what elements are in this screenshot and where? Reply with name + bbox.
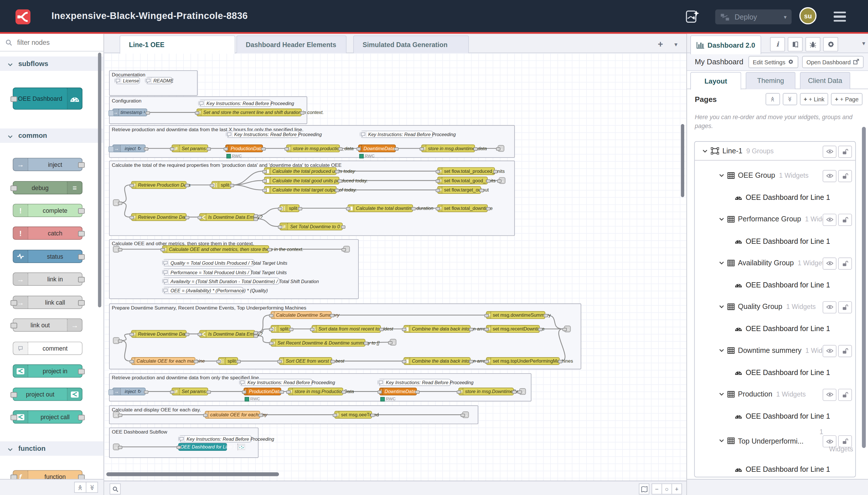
output-port[interactable]	[341, 225, 345, 229]
flow-node-change[interactable]: ⇄store in msg.downtime_data	[421, 144, 475, 152]
output-port[interactable]	[298, 207, 302, 210]
input-port[interactable]	[269, 314, 273, 318]
input-port[interactable]	[129, 360, 134, 363]
tab-dashboard-2[interactable]: Dashboard 2.0	[690, 35, 761, 54]
flow-node-linkout[interactable]: →	[462, 411, 469, 418]
tree-row-widget[interactable]: OEE Dashboard for Line 1	[695, 455, 855, 477]
output-port[interactable]	[512, 391, 516, 394]
output-port[interactable]	[118, 339, 122, 343]
flow-node-set[interactable]: ⇄set flow.total_good_units	[437, 176, 488, 184]
flow-node-linkout[interactable]: →	[390, 339, 396, 345]
flow-node-split[interactable]: split	[218, 357, 238, 365]
output-port[interactable]	[118, 446, 122, 449]
output-port[interactable]	[411, 207, 416, 210]
input-port[interactable]	[262, 180, 267, 183]
input-port[interactable]	[436, 170, 440, 173]
output-port[interactable]	[300, 112, 304, 115]
output-port[interactable]	[558, 360, 562, 363]
output-port[interactable]	[479, 189, 484, 192]
output-port[interactable]	[330, 314, 334, 318]
visibility-toggle-button[interactable]	[823, 301, 836, 313]
input-port[interactable]	[269, 342, 273, 345]
palette-node-complete[interactable]: !complete	[13, 204, 82, 217]
lock-toggle-button[interactable]	[838, 257, 852, 269]
input-port[interactable]	[210, 184, 214, 187]
input-port[interactable]	[485, 314, 489, 318]
input-port[interactable]	[195, 112, 199, 115]
output-port[interactable]	[185, 333, 189, 336]
tree-row-widget[interactable]: OEE Dashboard for Line 1	[695, 186, 855, 208]
input-port[interactable]	[378, 391, 382, 394]
input-port[interactable]	[176, 446, 181, 449]
config-tab-button[interactable]	[823, 37, 838, 51]
input-port[interactable]	[11, 415, 17, 420]
palette-node-link-out[interactable]: →link out	[13, 319, 82, 331]
minimap-toggle-button[interactable]	[639, 483, 649, 495]
input-port[interactable]	[224, 147, 228, 151]
help-tab-button[interactable]	[788, 37, 802, 51]
flow-node-change[interactable]: ⇄Retrieve Downtime Data	[131, 213, 187, 221]
add-page-button[interactable]: ++ Page	[831, 93, 862, 105]
output-port[interactable]	[364, 342, 368, 345]
input-port[interactable]	[485, 360, 489, 363]
palette-collapse-all-button[interactable]: ≪	[74, 482, 86, 493]
flow-node-set[interactable]: ⇄set msg.oeeTrend	[334, 411, 372, 419]
flow-node-inject[interactable]: →inject ↻	[112, 144, 146, 152]
flow-node-set[interactable]: ⇄set flow.target_output	[437, 186, 481, 194]
flow-node-change[interactable]: ⇄store in msg.production_data	[286, 144, 340, 152]
palette-node-link-call[interactable]: →link call	[13, 296, 82, 309]
chevron-down-icon[interactable]	[719, 217, 724, 221]
output-port[interactable]	[469, 328, 473, 331]
flow-tab-Line-1-OEE[interactable]: Line-1 OEE	[120, 35, 236, 54]
output-port[interactable]	[261, 147, 265, 151]
tree-row-widget[interactable]: OEE Dashboard for Line 1	[695, 317, 855, 339]
flow-node-linkout[interactable]: →	[564, 326, 571, 332]
palette-node-status[interactable]: status	[13, 250, 82, 263]
input-port[interactable]	[277, 360, 282, 363]
flow-node-sort[interactable]: ⇅Sort data from most recent to oldest	[312, 325, 381, 333]
output-port[interactable]	[118, 414, 122, 417]
lock-toggle-button[interactable]	[838, 389, 852, 400]
input-port[interactable]	[11, 186, 17, 191]
output-port[interactable]	[118, 248, 122, 252]
output-port[interactable]	[78, 231, 85, 236]
flow-node-funcO[interactable]: ƒProductionDataRWC	[244, 388, 281, 395]
input-port[interactable]	[242, 391, 246, 394]
flow-node-comment[interactable]: Key Instructions: Read Before Proceeding	[239, 379, 313, 386]
canvas-search-button[interactable]	[110, 483, 121, 495]
inject-button[interactable]	[108, 110, 114, 116]
canvas-horizontal-scrollbar[interactable]	[106, 472, 279, 476]
flow-node-change[interactable]: ⇄Set and store the current line and shif…	[197, 108, 302, 116]
flow-node-join[interactable]: Combine the data back into an array.	[403, 357, 470, 365]
output-port[interactable]	[185, 216, 189, 219]
palette-node-debug[interactable]: ≡debug	[13, 181, 82, 194]
tree-row-group[interactable]: Production1 Widgets	[695, 383, 855, 405]
output-port[interactable]	[237, 360, 241, 363]
input-port[interactable]	[342, 248, 346, 252]
flow-node-funcO[interactable]: ƒDowntimeDataRWC	[379, 388, 417, 395]
palette-node-OEE-Dashboard[interactable]: OEE Dashboard	[13, 88, 82, 110]
palette-category-common[interactable]: common	[0, 129, 104, 143]
output-port[interactable]	[538, 328, 542, 331]
input-port[interactable]	[518, 391, 522, 394]
output-port[interactable]	[78, 415, 85, 420]
input-port[interactable]	[402, 328, 406, 331]
tree-row-widget[interactable]: OEE Dashboard for Line 1	[695, 230, 855, 252]
flow-node-change[interactable]: ⇄Calculate OEE and other metrics, then s…	[162, 245, 269, 253]
input-port[interactable]	[129, 333, 134, 336]
palette-node-catch[interactable]: !catch	[13, 226, 82, 240]
output-port[interactable]	[370, 414, 375, 417]
flow-node-change[interactable]: ⇄Retrieve Production Data	[131, 181, 187, 189]
input-port[interactable]	[457, 391, 461, 394]
flow-node-set[interactable]: ⇄set flow.total_downtime	[437, 204, 488, 212]
output-port[interactable]	[144, 147, 148, 151]
palette-node-link-in[interactable]: →link in	[13, 272, 82, 286]
flow-node-join[interactable]: Calculate the total produced units today	[264, 167, 337, 175]
flow-node-switch[interactable]: Is Downtime Data Empty?	[199, 330, 255, 338]
sidebar-caret-icon[interactable]: ▾	[862, 40, 865, 47]
input-port[interactable]	[278, 225, 282, 229]
palette-node-inject[interactable]: →inject	[13, 158, 82, 171]
wire[interactable]	[232, 185, 263, 190]
sidebar-tab-Theming[interactable]: Theming	[746, 72, 796, 89]
output-port[interactable]	[493, 170, 498, 173]
